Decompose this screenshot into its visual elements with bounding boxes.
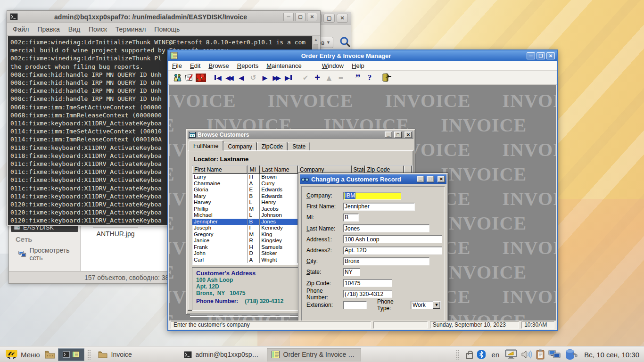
terminal-menu-Поиск[interactable]: Поиск xyxy=(89,25,107,33)
city-field[interactable]: Bronx xyxy=(343,257,429,265)
table-cell: D xyxy=(248,250,260,257)
extension-field[interactable] xyxy=(343,301,367,309)
zip-code-field[interactable]: 10475 xyxy=(343,279,392,287)
table-cell: I xyxy=(248,225,260,231)
terminal-menu-Помощь[interactable]: Помощь xyxy=(154,25,180,33)
menu-edit[interactable]: Edit xyxy=(190,62,200,69)
accept-icon[interactable]: ✔ xyxy=(300,73,311,83)
column-header-first-name[interactable]: First Name xyxy=(192,165,248,174)
menu-button[interactable]: Меню xyxy=(2,348,44,362)
refresh-icon[interactable]: ↺ xyxy=(248,73,258,83)
customers-icon[interactable] xyxy=(172,73,182,83)
tray-grip[interactable] xyxy=(456,349,459,360)
phone-type-select[interactable]: Work▼ xyxy=(411,301,441,309)
phone-number-label: Phone Number: xyxy=(306,288,343,301)
menu-window[interactable]: Window xyxy=(322,62,344,69)
address2-field[interactable]: Apt. 12D xyxy=(343,247,442,255)
taskbar-task-invoice[interactable]: Invoice xyxy=(93,348,176,362)
close-icon[interactable]: ✕ xyxy=(405,132,412,138)
help-icon[interactable]: ? xyxy=(364,73,375,83)
taskbar-task-order[interactable]: Order Entry & Invoice Man... xyxy=(267,348,361,362)
minimize-button[interactable]: _ xyxy=(385,132,392,138)
close-icon[interactable]: ✕ xyxy=(438,176,445,182)
removable-device-icon[interactable] xyxy=(564,349,578,360)
table-cell: King xyxy=(260,231,298,238)
terminal-menu-Правка[interactable]: Правка xyxy=(37,25,59,33)
first-name-field[interactable]: Jennipher xyxy=(343,203,415,211)
mi-label: MI: xyxy=(306,214,343,221)
tab-fullname[interactable]: FullName xyxy=(189,140,223,151)
network-icon[interactable] xyxy=(548,350,561,359)
file-name-label[interactable]: ANTHUR.jpg xyxy=(80,230,151,238)
browse-titlebar[interactable]: Browse Customers _ □ ✕ xyxy=(188,131,413,139)
delete-record-icon[interactable]: ▬ xyxy=(336,73,346,83)
next-record-icon[interactable]: ▶ xyxy=(260,73,270,83)
lock-icon[interactable] xyxy=(466,353,473,359)
maximize-button[interactable]: ❐ xyxy=(537,52,545,59)
menu-maintenance[interactable]: Maintenance xyxy=(266,62,301,69)
minimize-button[interactable]: _ xyxy=(417,176,424,182)
exit-icon[interactable] xyxy=(381,73,392,83)
last-name-field[interactable]: Jones xyxy=(343,224,429,232)
close-icon[interactable]: ✕ xyxy=(307,13,317,21)
mi-field[interactable]: B xyxy=(343,214,359,222)
previous-record-icon[interactable]: ◀ xyxy=(236,73,247,83)
column-header-last-name[interactable]: Last Name xyxy=(260,165,298,174)
change-record-icon[interactable]: ▲ xyxy=(324,73,334,83)
roses-icon[interactable] xyxy=(196,73,206,83)
phone-number-field[interactable]: (718) 320-4312 xyxy=(343,290,392,298)
app-titlebar[interactable]: Order Entry & Invoice Manager ─ ❐ ✕ xyxy=(168,50,557,61)
table-cell: Gloria xyxy=(192,187,248,193)
edit-invoice-icon[interactable] xyxy=(184,73,194,83)
state-field[interactable]: NY xyxy=(343,268,360,276)
clipboard-icon[interactable] xyxy=(536,349,545,360)
table-cell: R xyxy=(248,238,260,244)
invoice-app-icon xyxy=(272,351,280,358)
scroll-up-icon[interactable]: ▲ xyxy=(313,36,319,43)
menu-reports[interactable]: Reports xyxy=(237,62,259,69)
company-field[interactable]: IBM xyxy=(343,192,401,200)
display-icon[interactable] xyxy=(505,349,517,360)
iconbox-button[interactable] xyxy=(44,348,56,361)
terminal-menu-Файл[interactable]: Файл xyxy=(13,25,29,33)
maximize-button[interactable]: ▢ xyxy=(295,13,305,21)
search-icon[interactable] xyxy=(339,36,351,50)
phone-type-label: Phone Type: xyxy=(377,298,407,312)
minimize-button[interactable]: ─ xyxy=(527,52,535,59)
sidebar-item-browse-network[interactable]: Просмотреть сеть xyxy=(18,247,80,262)
tab-state[interactable]: State xyxy=(288,142,310,151)
volume-icon[interactable] xyxy=(521,350,532,359)
keyboard-layout-indicator[interactable]: en xyxy=(492,351,500,359)
quote-icon[interactable]: ” xyxy=(353,73,363,83)
fast-forward-icon[interactable]: ▶▶ xyxy=(272,73,282,83)
tab-company[interactable]: Company xyxy=(223,142,257,151)
minimize-button[interactable]: ─ xyxy=(283,13,294,21)
maximize-button[interactable]: ▢ xyxy=(323,14,335,23)
menu-browse[interactable]: Browse xyxy=(208,62,229,69)
menu-file[interactable]: File xyxy=(172,62,182,69)
workspace-switcher[interactable] xyxy=(58,348,84,361)
customer-address-panel: Customer's Address 100 Ash LoopApt. 12DB… xyxy=(192,267,298,311)
chevron-down-icon[interactable]: ▼ xyxy=(433,301,440,309)
bluetooth-icon[interactable] xyxy=(477,350,486,359)
table-cell: Mary xyxy=(192,193,248,200)
maximize-button[interactable]: □ xyxy=(394,132,402,138)
terminal-menu-Вид[interactable]: Вид xyxy=(68,25,80,33)
terminal-menu-Терминал[interactable]: Терминал xyxy=(116,25,146,33)
last-record-icon[interactable]: ▶ xyxy=(283,73,294,83)
menu-help[interactable]: Help xyxy=(352,62,364,69)
close-icon[interactable]: ✕ xyxy=(546,52,555,59)
taskbar-task-admin[interactable]: admin@bq1xxp0spaf7o: /r... xyxy=(179,348,264,362)
first-record-icon[interactable]: ◀ xyxy=(213,73,223,83)
clock[interactable]: Вс, 10 сен, 10:30 xyxy=(584,351,639,359)
fast-rewind-icon[interactable]: ◀◀ xyxy=(224,73,235,83)
tab-zipcode[interactable]: ZipCode xyxy=(257,142,288,151)
address1-field[interactable]: 100 Ash Loop xyxy=(343,235,442,243)
terminal-titlebar[interactable]: admin@bq1xxp0spaf7o: /run/media/admin/EA… xyxy=(7,11,320,23)
column-header-mi[interactable]: MI xyxy=(248,165,260,174)
maximize-button[interactable]: □ xyxy=(427,176,434,182)
taskbar-grip[interactable] xyxy=(87,349,91,360)
insert-record-icon[interactable]: + xyxy=(312,73,322,83)
close-icon[interactable]: ✕ xyxy=(337,14,348,23)
dialog-titlebar[interactable]: Changing a Customers Record _ □ ✕ xyxy=(300,174,446,184)
